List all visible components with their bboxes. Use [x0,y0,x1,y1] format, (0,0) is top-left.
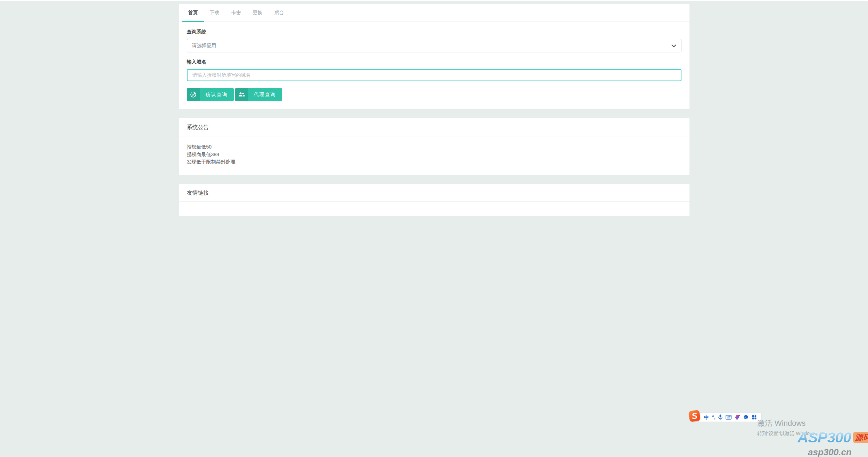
agent-query-label: 代理查询 [248,88,282,101]
confirm-query-button[interactable]: 确认查询 [187,88,234,101]
skin-icon[interactable] [734,415,740,420]
ime-toolbar: S 中 °, [689,411,762,422]
announcement-title: 系统公告 [179,118,689,136]
links-title: 友情链接 [179,184,689,202]
svg-text:+‿: +‿ [744,416,748,419]
tab-admin[interactable]: 后台 [268,4,290,22]
domain-input-placeholder: 请输入授权时所填写的域名 [192,72,251,78]
chevron-down-icon [671,43,676,49]
confirm-query-label: 确认查询 [200,88,234,101]
query-card: 首页 下载 卡密 更换 后台 查询系统 请选择应用 输入域名 请输入授权时所填写… [179,4,689,109]
announcement-line: 发现低于限制禁封处理 [187,158,681,166]
activation-title: 激活 Windows [757,418,820,429]
ime-icon-box: 中 °, [698,412,762,422]
watermark: ASP300 源码 asp300.cn [797,429,868,457]
main-container: 首页 下载 卡密 更换 后台 查询系统 请选择应用 输入域名 请输入授权时所填写… [179,0,689,216]
announcement-line: 授权商最低388 [187,151,681,159]
tab-card-key[interactable]: 卡密 [225,4,247,22]
links-card: 友情链接 [179,184,689,216]
tab-download[interactable]: 下载 [204,4,225,22]
announcement-body: 授权最低50 授权商最低388 发现低于限制禁封处理 [179,136,689,175]
watermark-badge: 源码 [853,432,868,443]
announcement-card: 系统公告 授权最低50 授权商最低388 发现低于限制禁封处理 [179,118,689,175]
sogou-logo-icon[interactable]: S [688,410,701,422]
app-select-value: 请选择应用 [192,43,216,49]
domain-label: 输入域名 [187,59,681,65]
emoji-icon[interactable]: +‿ [743,415,749,420]
query-form: 查询系统 请选择应用 输入域名 请输入授权时所填写的域名 [179,22,689,109]
tab-bar: 首页 下载 卡密 更换 后台 [179,4,689,22]
toolbox-grid-icon[interactable] [752,415,757,420]
tab-change[interactable]: 更换 [247,4,268,22]
check-circle-icon [187,88,200,101]
watermark-brand: ASP300 [797,429,851,446]
text-caret [192,72,192,78]
agent-query-button[interactable]: 代理查询 [235,88,282,101]
system-label: 查询系统 [187,29,681,35]
users-icon [235,88,248,101]
tab-home[interactable]: 首页 [182,4,204,22]
watermark-domain: asp300.cn [808,447,868,457]
announcement-line: 授权最低50 [187,143,681,151]
domain-input[interactable]: 请输入授权时所填写的域名 [187,69,681,81]
app-select[interactable]: 请选择应用 [187,39,681,52]
microphone-icon[interactable] [718,414,722,420]
button-row: 确认查询 代理查询 [187,88,681,101]
keyboard-icon[interactable] [726,415,731,420]
chinese-mode-icon[interactable]: 中 [704,415,709,420]
punctuation-mode-icon[interactable]: °, [712,415,716,420]
links-body [179,202,689,216]
